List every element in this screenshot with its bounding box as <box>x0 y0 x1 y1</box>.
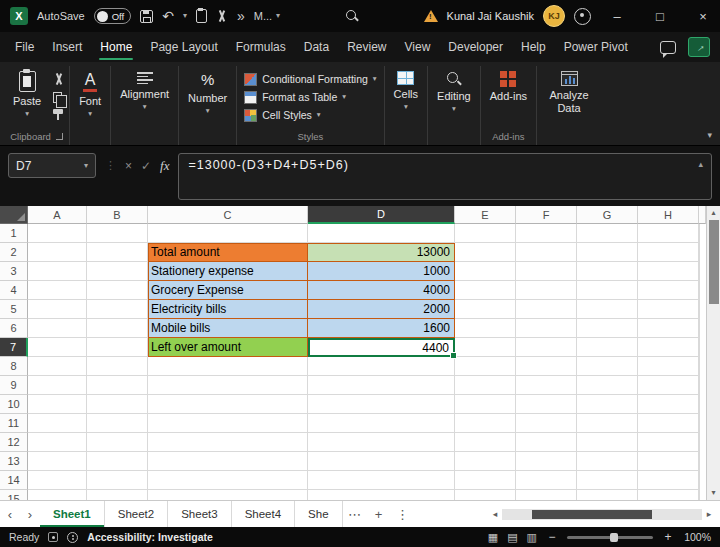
cell-H5[interactable] <box>638 300 699 319</box>
paste-button[interactable]: Paste ▾ <box>8 66 46 118</box>
cell-E10[interactable] <box>455 395 516 414</box>
cell-C12[interactable] <box>148 433 308 452</box>
cell-D11[interactable] <box>308 414 455 433</box>
cell-A6[interactable] <box>28 319 87 338</box>
cell-C9[interactable] <box>148 376 308 395</box>
cell-F14[interactable] <box>516 471 577 490</box>
column-header-H[interactable]: H <box>638 206 699 224</box>
scroll-up-icon[interactable]: ▴ <box>711 206 715 220</box>
cell-G7[interactable] <box>577 338 638 357</box>
editing-button[interactable]: Editing ▾ <box>432 66 476 113</box>
conditional-formatting-button[interactable]: Conditional Formatting ▾ <box>241 70 379 88</box>
select-all-corner[interactable] <box>0 206 28 224</box>
cell-D8[interactable] <box>308 357 455 376</box>
cell-D3[interactable]: 1000 <box>308 262 455 281</box>
cell-D6[interactable]: 1600 <box>308 319 455 338</box>
accessibility-icon[interactable] <box>67 532 78 543</box>
cell-F12[interactable] <box>516 433 577 452</box>
row-header-2[interactable]: 2 <box>0 243 28 262</box>
cell-E9[interactable] <box>455 376 516 395</box>
cell-A12[interactable] <box>28 433 87 452</box>
cell-A14[interactable] <box>28 471 87 490</box>
column-header-A[interactable]: A <box>28 206 87 224</box>
cell-E8[interactable] <box>455 357 516 376</box>
prev-sheet-icon[interactable]: ‹ <box>0 501 20 527</box>
cell-E2[interactable] <box>455 243 516 262</box>
cell-A11[interactable] <box>28 414 87 433</box>
column-header-F[interactable]: F <box>516 206 577 224</box>
cell-C15[interactable] <box>148 490 308 500</box>
cell-F6[interactable] <box>516 319 577 338</box>
cell-B4[interactable] <box>87 281 148 300</box>
cell-B8[interactable] <box>87 357 148 376</box>
menu-tab-data[interactable]: Data <box>295 32 338 62</box>
analyze-data-button[interactable]: Analyze Data <box>541 66 597 114</box>
page-layout-view-icon[interactable]: ▤ <box>507 531 517 544</box>
cell-F15[interactable] <box>516 490 577 500</box>
cut-qat-icon[interactable] <box>216 10 228 23</box>
menu-tab-review[interactable]: Review <box>338 32 395 62</box>
cell-B15[interactable] <box>87 490 148 500</box>
cell-C1[interactable] <box>148 224 308 243</box>
save-icon[interactable] <box>140 10 153 23</box>
cell-C4[interactable]: Grocery Expense <box>148 281 308 300</box>
new-sheet-button[interactable]: + <box>367 501 391 527</box>
cell-H3[interactable] <box>638 262 699 281</box>
confirm-entry-icon[interactable]: ✓ <box>141 159 151 173</box>
user-name[interactable]: Kunal Jai Kaushik <box>447 10 534 22</box>
cell-G12[interactable] <box>577 433 638 452</box>
menu-tab-page-layout[interactable]: Page Layout <box>141 32 226 62</box>
cell-C10[interactable] <box>148 395 308 414</box>
search-icon[interactable] <box>345 9 359 23</box>
column-header-G[interactable]: G <box>577 206 638 224</box>
cell-C3[interactable]: Stationery expense <box>148 262 308 281</box>
cell-H12[interactable] <box>638 433 699 452</box>
cell-B7[interactable] <box>87 338 148 357</box>
row-header-11[interactable]: 11 <box>0 414 28 433</box>
more-sheets-icon[interactable]: ⋯ <box>343 501 367 527</box>
cell-G9[interactable] <box>577 376 638 395</box>
close-button[interactable]: × <box>686 0 720 32</box>
cell-G13[interactable] <box>577 452 638 471</box>
cells-button[interactable]: Cells ▾ <box>389 66 423 111</box>
qat-customize-button[interactable]: M... ▾ <box>254 10 280 22</box>
sheet-tab-sheet3[interactable]: Sheet3 <box>168 501 231 527</box>
menu-tab-formulas[interactable]: Formulas <box>227 32 295 62</box>
formula-bar-grip-icon[interactable]: ⋮ <box>105 159 116 172</box>
cell-A2[interactable] <box>28 243 87 262</box>
autosave-toggle[interactable]: Off <box>94 8 132 24</box>
page-break-view-icon[interactable]: ▥ <box>527 531 537 544</box>
cell-H8[interactable] <box>638 357 699 376</box>
cell-A7[interactable] <box>28 338 87 357</box>
cell-F8[interactable] <box>516 357 577 376</box>
row-header-13[interactable]: 13 <box>0 452 28 471</box>
horizontal-scrollbar[interactable]: ◂ ▸ <box>488 501 720 527</box>
menu-tab-power-pivot[interactable]: Power Pivot <box>555 32 637 62</box>
cell-B12[interactable] <box>87 433 148 452</box>
menu-tab-home[interactable]: Home <box>91 32 141 62</box>
cell-F1[interactable] <box>516 224 577 243</box>
cell-G10[interactable] <box>577 395 638 414</box>
cell-D14[interactable] <box>308 471 455 490</box>
accessibility-status[interactable]: Accessibility: Investigate <box>87 531 212 543</box>
horizontal-scrollbar-thumb[interactable] <box>532 510 652 519</box>
cell-E1[interactable] <box>455 224 516 243</box>
cell-E6[interactable] <box>455 319 516 338</box>
cell-G3[interactable] <box>577 262 638 281</box>
row-header-3[interactable]: 3 <box>0 262 28 281</box>
cell-G4[interactable] <box>577 281 638 300</box>
cell-C5[interactable]: Electricity bills <box>148 300 308 319</box>
format-painter-icon[interactable] <box>53 109 63 114</box>
row-header-12[interactable]: 12 <box>0 433 28 452</box>
sheet-options-icon[interactable]: ⋮ <box>391 501 415 527</box>
cell-A9[interactable] <box>28 376 87 395</box>
cell-D12[interactable] <box>308 433 455 452</box>
menu-tab-insert[interactable]: Insert <box>43 32 91 62</box>
cell-F2[interactable] <box>516 243 577 262</box>
cell-E15[interactable] <box>455 490 516 500</box>
user-avatar[interactable]: KJ <box>543 5 565 27</box>
cell-F9[interactable] <box>516 376 577 395</box>
scroll-down-icon[interactable]: ▾ <box>711 486 715 500</box>
warning-icon[interactable] <box>424 10 438 22</box>
cell-B1[interactable] <box>87 224 148 243</box>
